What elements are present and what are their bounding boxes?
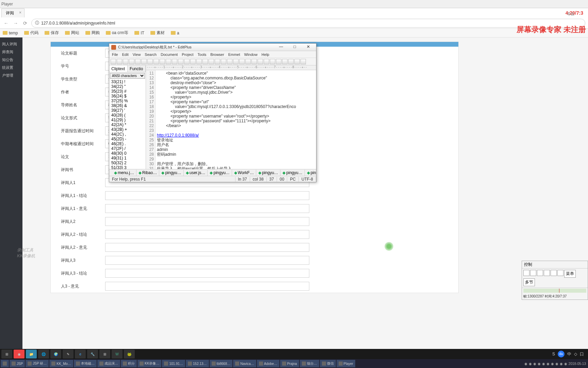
input-r1o[interactable] [105, 204, 309, 213]
toolbar-icon[interactable] [227, 59, 232, 64]
task-icon[interactable]: ◉ [14, 350, 24, 358]
file-tab[interactable]: ◆menu.j… [112, 170, 136, 176]
browser-tab[interactable]: 评阅 × [1, 9, 24, 17]
char-item[interactable]: 47(2F) / [109, 146, 146, 151]
file-tab[interactable]: ◆pingyu… [208, 170, 232, 176]
input-r3[interactable] [105, 256, 309, 265]
task-icon[interactable]: 🔧 [87, 350, 98, 358]
toolbar-icon[interactable] [111, 59, 116, 64]
file-tab[interactable]: ◆pingyu… [280, 170, 305, 176]
menu-item[interactable]: Search [145, 52, 157, 57]
back-icon[interactable]: ← [3, 20, 10, 26]
char-item[interactable]: 33(21) ! [109, 79, 146, 84]
ctrl-btn-1[interactable] [523, 270, 529, 276]
char-item[interactable]: 51(33) 3 [109, 165, 146, 169]
ctrl-btn-4[interactable] [544, 270, 550, 276]
taskbar-item[interactable]: JSP 研… [26, 360, 49, 367]
tab-close-icon[interactable]: × [19, 10, 21, 15]
menu-item[interactable]: Browser [210, 52, 224, 57]
task-icon[interactable]: 🌍 [50, 350, 61, 358]
bookmark-item[interactable]: 素材 [150, 30, 165, 36]
char-item[interactable]: 49(31) 1 [109, 156, 146, 160]
char-item[interactable]: 35(23) # [109, 89, 146, 94]
bookmark-item[interactable]: temp [3, 31, 18, 35]
toolbar-icon[interactable] [276, 59, 281, 64]
bookmark-item[interactable]: a [171, 31, 179, 35]
char-item[interactable]: 45(2D) - [109, 137, 146, 141]
char-item[interactable]: 37(25) % [109, 98, 146, 103]
char-item[interactable]: 36(24) $ [109, 94, 146, 98]
toolbar-icon[interactable] [270, 59, 275, 64]
toolbar-icon[interactable] [251, 59, 257, 64]
sidebar-item[interactable]: 阅人评阅 [0, 40, 22, 48]
file-tab[interactable]: ◆pingyu… [256, 170, 280, 176]
sidebar-item[interactable]: 统设置 [0, 64, 22, 72]
bookmark-item[interactable]: 代码 [24, 30, 38, 36]
file-tab[interactable]: ◆user.js… [184, 170, 208, 176]
toolbar-icon[interactable] [135, 59, 141, 64]
ctrl-btn-2[interactable] [530, 270, 536, 276]
toolbar-icon[interactable] [196, 59, 202, 64]
toolbar-icon[interactable] [153, 59, 159, 64]
toolbar-icon[interactable] [239, 59, 245, 64]
toolbar-icon[interactable] [117, 59, 122, 64]
toolbar-icon[interactable] [215, 59, 220, 64]
sidebar-item[interactable]: 知公告 [0, 56, 22, 64]
task-icon[interactable]: 🐸 [124, 350, 135, 358]
bookmark-item[interactable]: 保存 [45, 30, 59, 36]
toolbar-icon[interactable] [129, 59, 134, 64]
ctrl-btn-6[interactable] [557, 270, 564, 276]
url-input[interactable]: ⓘ 127.0.0.1:8088/a/admin/pingyueInfo.htm… [31, 19, 585, 28]
start-button[interactable]: ⊞ [1, 350, 12, 358]
taskbar-item[interactable] [1, 360, 9, 367]
tray-icon[interactable]: 口 [580, 351, 584, 357]
taskbar-item[interactable]: 101.91… [162, 360, 185, 367]
minimize-button[interactable]: — [275, 44, 287, 50]
taskbar-item[interactable]: 微信 [320, 360, 336, 367]
sidebar-item[interactable]: 户管理 [0, 72, 22, 79]
maximize-button[interactable]: □ [289, 44, 300, 50]
task-icon[interactable]: 📁 [26, 350, 37, 358]
toolbar-icon[interactable] [209, 59, 214, 64]
toolbar-icon[interactable] [221, 59, 226, 64]
taskbar-item[interactable]: 成品演… [97, 360, 120, 367]
code-editor[interactable]: 1112131415161718192021222324252627282930… [146, 70, 316, 169]
tray-icon[interactable]: ◇ [574, 352, 577, 356]
taskbar-item[interactable]: KK_Mo… [49, 360, 73, 367]
forward-icon[interactable]: → [12, 20, 19, 26]
char-item[interactable]: 50(32) 2 [109, 160, 146, 165]
bookmark-item[interactable]: 网购 [85, 30, 100, 36]
bookmark-item[interactable]: 网站 [65, 30, 79, 36]
code-area[interactable]: <bean id="dataSource" class="org.apache.… [156, 70, 316, 169]
input-r3c[interactable] [105, 269, 309, 278]
cliptext-tab[interactable]: Cliptext [109, 65, 128, 72]
file-tab[interactable]: ◆pingyu… [159, 170, 183, 176]
task-icon[interactable]: 🌐 [38, 350, 49, 358]
menu-item[interactable]: Emmet [228, 52, 240, 57]
toolbar-icon[interactable] [141, 59, 147, 64]
task-icon[interactable]: ⊞ [99, 350, 110, 358]
taskbar-item[interactable]: Navica… [233, 360, 256, 367]
menu-item[interactable]: Tools [198, 52, 207, 57]
char-item[interactable]: 40(28) ( [109, 113, 146, 118]
toolbar-icon[interactable] [300, 59, 306, 64]
toolbar-icon[interactable] [190, 59, 196, 64]
ctrl-btn-3[interactable] [537, 270, 543, 276]
ctrl-btn-5[interactable] [551, 270, 557, 276]
file-tab[interactable]: ◆Ribao… [136, 170, 159, 176]
file-tab[interactable]: ◆WorkF… [232, 170, 256, 176]
sidebar-item[interactable]: 师查阅 [0, 48, 22, 56]
char-item[interactable]: 42(2A) * [109, 122, 146, 127]
toolbar-icon[interactable] [258, 59, 263, 64]
input-r2o[interactable] [105, 243, 309, 252]
bookmark-item[interactable]: IT [134, 31, 144, 35]
char-item[interactable]: 43(2B) + [109, 127, 146, 132]
char-list[interactable]: 33(21) !34(22) "35(23) #36(24) $37(25) %… [109, 79, 146, 169]
char-item[interactable]: 46(2E) . [109, 141, 146, 146]
toolbar-icon[interactable] [147, 59, 153, 64]
reload-icon[interactable]: ⟳ [22, 20, 29, 26]
taskbar-item[interactable]: tb8668… [210, 360, 233, 367]
menu-button[interactable]: 菜单 [564, 270, 576, 278]
taskbar-item[interactable]: KK录像… [137, 360, 161, 367]
menu-item[interactable]: Help [262, 52, 270, 57]
